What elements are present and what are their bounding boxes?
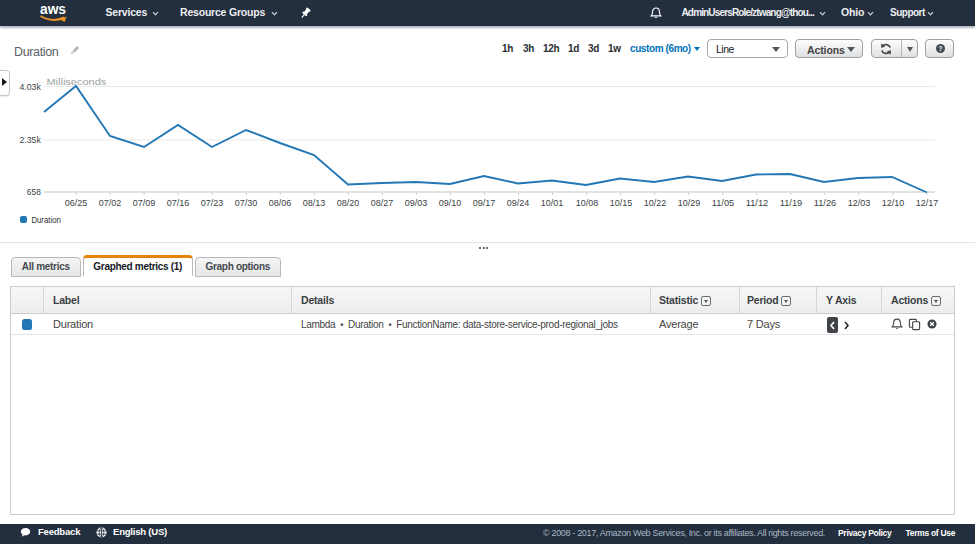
svg-text:11/05: 11/05 — [712, 197, 735, 208]
svg-text:10/29: 10/29 — [678, 197, 701, 208]
svg-text:11/12: 11/12 — [746, 197, 769, 208]
svg-text:08/27: 08/27 — [371, 197, 394, 208]
svg-text:10/08: 10/08 — [576, 197, 599, 208]
svg-text:07/23: 07/23 — [201, 197, 224, 208]
svg-text:09/03: 09/03 — [405, 197, 428, 208]
svg-text:09/10: 09/10 — [439, 197, 462, 208]
svg-text:11/19: 11/19 — [780, 197, 803, 208]
svg-text:12/03: 12/03 — [848, 197, 871, 208]
svg-text:09/17: 09/17 — [473, 197, 496, 208]
svg-text:11/26: 11/26 — [814, 197, 837, 208]
svg-text:2.35k: 2.35k — [20, 134, 42, 145]
svg-text:12/17: 12/17 — [916, 197, 939, 208]
svg-text:4.03k: 4.03k — [20, 81, 42, 92]
svg-text:10/01: 10/01 — [541, 197, 564, 208]
svg-text:07/09: 07/09 — [133, 197, 156, 208]
svg-text:10/22: 10/22 — [644, 197, 667, 208]
svg-text:07/16: 07/16 — [167, 197, 190, 208]
svg-text:12/10: 12/10 — [882, 197, 905, 208]
svg-text:07/30: 07/30 — [235, 197, 258, 208]
svg-text:10/15: 10/15 — [610, 197, 633, 208]
svg-text:08/20: 08/20 — [337, 197, 360, 208]
svg-text:07/02: 07/02 — [99, 197, 122, 208]
svg-text:08/06: 08/06 — [269, 197, 292, 208]
svg-text:08/13: 08/13 — [303, 197, 326, 208]
svg-text:658: 658 — [27, 186, 41, 197]
svg-text:06/25: 06/25 — [65, 197, 88, 208]
svg-text:Duration: Duration — [31, 214, 61, 225]
svg-text:09/24: 09/24 — [507, 197, 530, 208]
